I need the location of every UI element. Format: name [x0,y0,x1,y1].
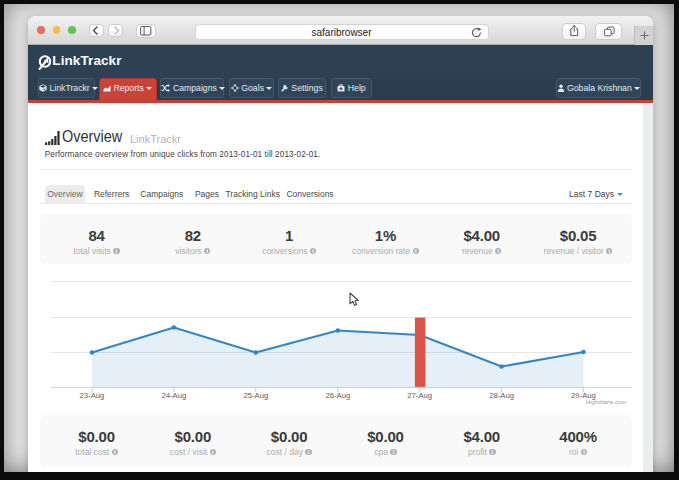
svg-text:25-Aug: 25-Aug [243,391,268,400]
svg-text:28-Aug: 28-Aug [489,391,514,400]
svg-text:Highcharts.com: Highcharts.com [586,399,626,405]
svg-text:23-Aug: 23-Aug [80,391,105,400]
svg-text:27-Aug: 27-Aug [407,391,432,400]
svg-text:26-Aug: 26-Aug [325,391,350,400]
svg-text:24-Aug: 24-Aug [162,391,187,400]
